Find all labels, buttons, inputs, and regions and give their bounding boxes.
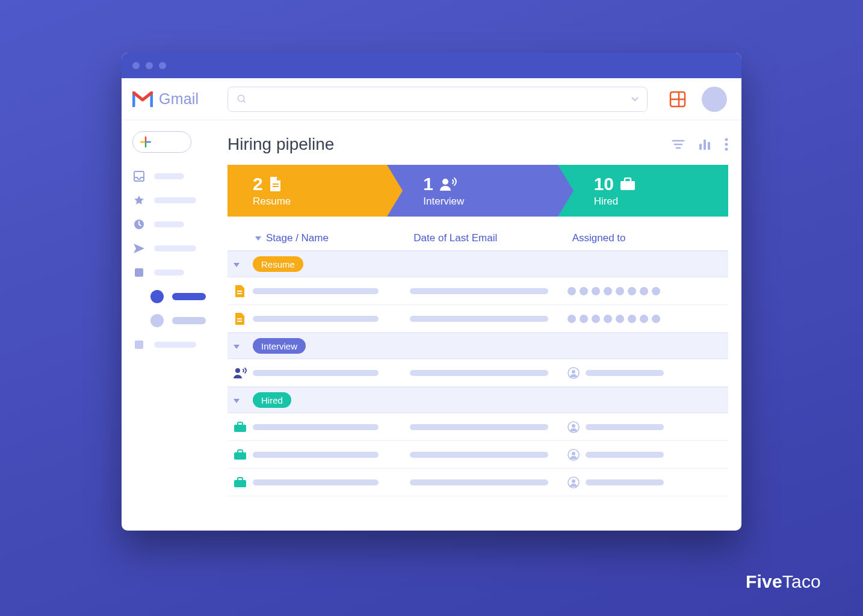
svg-point-0 <box>238 95 244 102</box>
sidebar-item-starred[interactable] <box>132 190 215 211</box>
app-name: Gmail <box>159 90 199 108</box>
cell-date <box>410 424 548 430</box>
person-speaking-icon <box>439 177 457 191</box>
svg-rect-33 <box>234 425 246 432</box>
cell-name <box>253 479 379 485</box>
svg-rect-28 <box>237 318 242 319</box>
pipeline-stage-resume[interactable]: 2 Resume <box>227 165 387 217</box>
svg-point-41 <box>572 479 575 483</box>
pipeline-stage-interview[interactable]: 1 Interview <box>387 165 557 217</box>
avatar-icon <box>568 476 580 488</box>
cell-date <box>410 288 548 294</box>
sidebar <box>122 120 223 531</box>
group-pill: Interview <box>253 338 306 354</box>
svg-rect-27 <box>237 293 242 294</box>
page-title: Hiring pipeline <box>227 135 672 154</box>
traffic-light-min[interactable] <box>146 62 153 69</box>
sidebar-item-label <box>172 293 206 300</box>
app-switcher-button[interactable] <box>668 90 687 109</box>
group-header-hired[interactable]: Hired <box>227 387 728 413</box>
search-icon <box>237 94 247 105</box>
briefcase-icon <box>620 177 636 191</box>
sidebar-item-sent[interactable] <box>132 238 215 259</box>
group-header-resume[interactable]: Resume <box>227 251 728 277</box>
sidebar-item-label <box>154 270 184 276</box>
caret-down-icon <box>255 236 261 241</box>
cell-date <box>410 479 548 485</box>
svg-rect-36 <box>234 452 246 460</box>
column-label: Date of Last Email <box>413 232 497 244</box>
table-header-row: Stage / Name Date of Last Email Assigned… <box>227 221 728 251</box>
stage-count: 1 <box>423 174 433 194</box>
svg-point-20 <box>725 143 728 146</box>
table-row[interactable] <box>227 469 728 496</box>
sidebar-subitem[interactable] <box>132 310 215 331</box>
svg-point-35 <box>572 424 575 428</box>
cell-assigned <box>568 476 725 488</box>
column-header-date[interactable]: Date of Last Email <box>411 232 569 244</box>
svg-point-19 <box>725 138 728 141</box>
table-row[interactable] <box>227 305 728 333</box>
plus-icon <box>140 137 151 147</box>
traffic-light-max[interactable] <box>159 62 166 69</box>
traffic-light-close[interactable] <box>132 62 140 69</box>
svg-rect-39 <box>234 480 246 487</box>
cell-assigned-dots <box>568 315 725 323</box>
column-header-assigned[interactable]: Assigned to <box>570 232 728 244</box>
svg-rect-12 <box>135 340 143 349</box>
pipeline-stage-hired[interactable]: 10 Hired <box>558 165 728 217</box>
svg-rect-17 <box>704 140 706 150</box>
search-input[interactable] <box>253 94 625 105</box>
sidebar-item-label <box>154 342 196 348</box>
sidebar-item-inbox[interactable] <box>132 166 215 186</box>
compose-button[interactable] <box>132 131 191 153</box>
star-icon <box>132 194 146 207</box>
more-vertical-icon[interactable] <box>725 138 728 151</box>
table-row[interactable] <box>227 277 728 305</box>
person-speaking-icon <box>227 367 253 379</box>
square-icon <box>132 266 146 279</box>
filter-icon[interactable] <box>672 138 685 150</box>
sidebar-item-label <box>172 317 206 324</box>
caret-down-icon <box>227 259 253 270</box>
window-titlebar <box>122 53 741 78</box>
sidebar-item-snoozed[interactable] <box>132 214 215 235</box>
sidebar-item-category[interactable] <box>132 262 215 283</box>
category-dot-icon <box>150 290 164 303</box>
search-box[interactable] <box>227 87 648 112</box>
sidebar-item-label <box>154 245 196 251</box>
cell-name <box>253 452 379 458</box>
svg-point-32 <box>572 370 575 374</box>
group-header-interview[interactable]: Interview <box>227 333 728 359</box>
table-row[interactable] <box>227 441 728 469</box>
search-dropdown-icon[interactable] <box>631 97 639 102</box>
chart-icon[interactable] <box>698 138 711 150</box>
cell-date <box>410 370 548 376</box>
send-icon <box>132 242 146 255</box>
sidebar-subitem-active[interactable] <box>132 286 215 307</box>
document-icon <box>269 176 282 192</box>
briefcase-icon <box>227 422 253 433</box>
svg-rect-29 <box>237 321 242 322</box>
briefcase-icon <box>227 477 253 488</box>
clock-icon <box>132 218 146 231</box>
table-row[interactable] <box>227 413 728 441</box>
sidebar-item-label <box>154 197 196 203</box>
svg-rect-16 <box>699 144 702 150</box>
svg-line-1 <box>243 100 246 103</box>
table-row[interactable] <box>227 359 728 387</box>
svg-point-24 <box>442 179 448 185</box>
sidebar-item-more[interactable] <box>132 334 215 355</box>
app-logo: Gmail <box>132 90 218 108</box>
svg-point-30 <box>235 368 240 373</box>
cell-assigned <box>568 449 725 461</box>
account-avatar[interactable] <box>702 87 727 112</box>
column-header-stage[interactable]: Stage / Name <box>253 232 411 244</box>
grid-icon <box>669 91 686 108</box>
pipeline-stages: 2 Resume 1 <box>227 165 728 217</box>
svg-point-21 <box>725 148 728 151</box>
group-pill: Resume <box>253 256 303 272</box>
cell-assigned <box>568 367 725 379</box>
square-icon <box>132 338 146 351</box>
briefcase-icon <box>227 449 253 460</box>
